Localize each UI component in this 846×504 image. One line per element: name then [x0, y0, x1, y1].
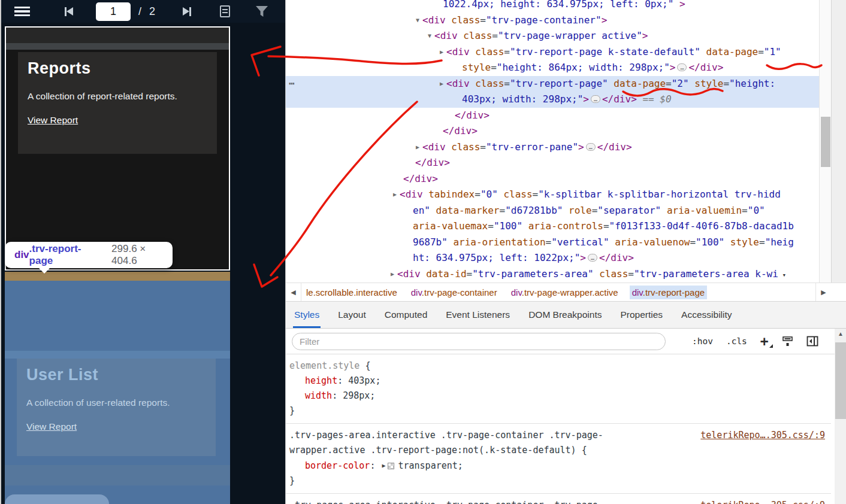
new-style-rule-icon[interactable]: +: [760, 336, 769, 347]
dom-tree-line[interactable]: en" data-marker="d67281bb" role="separat…: [286, 203, 819, 219]
toggle-hover-state-button[interactable]: :hov: [692, 336, 713, 346]
css-rule-selector: .trv-pages-area.interactive .trv-page-co…: [289, 428, 608, 458]
dom-tree-line[interactable]: ▶<div tabindex="0" class="k-splitbar k-s…: [286, 187, 819, 203]
first-page-triangle-icon: [67, 7, 73, 16]
dom-tree-line[interactable]: 403px; width: 298px;">…</div> == $0: [286, 92, 819, 108]
css-source-link[interactable]: telerikRepo….305.css/:9: [700, 498, 825, 504]
dom-tree-line[interactable]: ▼<div class="trv-page-wrapper active">: [286, 28, 819, 44]
scrollbar-up-arrow-icon[interactable]: ▲: [835, 330, 846, 337]
elements-scrollbar[interactable]: [819, 0, 831, 283]
tab-layout[interactable]: Layout: [338, 302, 366, 328]
breadcrumb-scroll-left-icon[interactable]: ◀: [286, 283, 301, 301]
dom-tree-line[interactable]: 1022.4px; height: 634.975px; left: 0px;"…: [286, 0, 819, 13]
styles-toolbar: :hov .cls +: [692, 336, 818, 347]
inline-expand-icon[interactable]: …: [586, 143, 596, 151]
devtools-panel: 1022.4px; height: 634.975px; left: 0px;"…: [285, 0, 846, 504]
page-divider: /: [138, 5, 141, 18]
breadcrumb-items: le.scrollable.interactivediv.trv-page-co…: [301, 286, 707, 299]
document-map-icon[interactable]: [220, 5, 230, 17]
user-list-card: User List A collection of user-related r…: [17, 359, 216, 456]
dom-tree-line[interactable]: ▼<div class="trv-page-container">: [286, 13, 819, 29]
styles-filter-bar: :hov .cls +: [286, 329, 846, 354]
breadcrumb: ◀ le.scrollable.interactivediv.trv-page-…: [286, 283, 846, 302]
inline-style-properties: height: 403px;width: 298px;: [289, 374, 825, 403]
tab-styles[interactable]: Styles: [294, 302, 319, 328]
dom-tree-line[interactable]: </div>: [286, 123, 819, 139]
expand-property-icon[interactable]: ▶: [382, 462, 385, 469]
row-menu-dots-icon[interactable]: ⋯: [289, 76, 294, 92]
css-source-link[interactable]: telerikRepo….305.css/:9: [700, 428, 825, 443]
tooltip-dimensions: 299.6 × 404.6: [111, 243, 173, 267]
breadcrumb-item[interactable]: div.trv-report-page: [630, 286, 707, 299]
breadcrumb-item[interactable]: div.trv-page-container: [409, 286, 500, 299]
last-page-button[interactable]: [183, 6, 191, 17]
dom-tree-line[interactable]: ▶<div class="trv-report-page k-state-def…: [286, 44, 819, 60]
styles-filter-input[interactable]: [292, 333, 666, 350]
color-swatch-icon[interactable]: [388, 463, 394, 469]
menu-icon[interactable]: [14, 7, 30, 17]
collapsed-arrow-icon[interactable]: ▶: [437, 76, 446, 92]
page-number-input[interactable]: [96, 2, 131, 21]
dom-tree-line[interactable]: </div>: [286, 155, 819, 171]
collapsed-arrow-icon[interactable]: ▶: [388, 266, 397, 283]
last-page-triangle-icon: [183, 7, 189, 16]
css-property[interactable]: width: 298px;: [289, 388, 825, 403]
elements-gutter: [831, 0, 846, 283]
user-list-view-report-link[interactable]: View Report: [26, 421, 77, 432]
css-rule-border-color[interactable]: .trv-pages-area.interactive .trv-page-co…: [286, 424, 831, 494]
inline-style-rule[interactable]: element.style { height: 403px;width: 298…: [286, 354, 831, 424]
breadcrumb-scroll-right-icon[interactable]: ▶: [815, 283, 831, 301]
expanded-arrow-icon[interactable]: ▼: [413, 13, 422, 29]
tab-accessibility[interactable]: Accessibility: [681, 302, 732, 328]
breadcrumb-item[interactable]: le.scrollable.interactive: [304, 286, 400, 299]
report-viewer-panel: / 2 Reports A collection of report-relat…: [0, 0, 285, 504]
expanded-arrow-icon[interactable]: ▼: [425, 28, 434, 44]
paint-brush-icon[interactable]: [782, 336, 793, 347]
breadcrumb-item[interactable]: div.trv-page-wrapper.active: [509, 286, 621, 299]
inline-expand-icon[interactable]: …: [591, 95, 600, 103]
inline-expand-icon[interactable]: …: [677, 63, 687, 71]
page2-lower-band: [5, 465, 230, 485]
dock-panel-icon[interactable]: [806, 336, 818, 347]
dom-tree-line[interactable]: ht: 634.975px; left: 1022px;">…</div>: [286, 250, 819, 266]
user-list-card-title: User List: [26, 366, 206, 384]
reports-view-report-link[interactable]: View Report: [28, 115, 78, 126]
elements-scrollbar-thumb[interactable]: [821, 117, 830, 167]
css-rule-report-page[interactable]: .trv-pages-area.interactive .trv-page-co…: [286, 494, 831, 504]
dom-tree-line[interactable]: aria-valuemax="100" aria-controls="f013f…: [286, 218, 819, 235]
styles-scrollbar[interactable]: ▲: [835, 329, 846, 504]
report-page-2-highlighted: User List A collection of user-related r…: [5, 281, 230, 504]
css-property[interactable]: height: 403px;: [289, 374, 825, 388]
report-page-1: Reports A collection of report-related r…: [5, 26, 230, 271]
tab-dom-breakpoints[interactable]: DOM Breakpoints: [528, 302, 602, 328]
page1-strip: [6, 43, 229, 50]
tab-event-listeners[interactable]: Event Listeners: [446, 302, 510, 328]
dom-tree-line[interactable]: ▶<div data-id="trv-parameters-area" clas…: [286, 266, 819, 283]
css-rule-selector: .trv-pages-area.interactive .trv-page-co…: [289, 498, 608, 504]
dom-tree-line[interactable]: 9687b" aria-orientation="vertical" aria-…: [286, 235, 819, 251]
next-card-peek: [5, 494, 109, 504]
toggle-classes-button[interactable]: .cls: [726, 336, 747, 346]
styles-scrollbar-thumb[interactable]: [835, 342, 846, 419]
css-rule-properties: border-color: ▶transparent;: [289, 458, 825, 473]
tab-computed[interactable]: Computed: [385, 302, 428, 328]
screenshot-root: / 2 Reports A collection of report-relat…: [0, 0, 846, 504]
dom-tree-line[interactable]: ▶<div class="trv-error-pane">…</div>: [286, 139, 819, 156]
dom-tree-line[interactable]: ⋯▶<div class="trv-report-page" data-page…: [286, 76, 819, 92]
tooltip-element-classes: .trv-report-page: [29, 243, 104, 267]
dom-tree-line[interactable]: style="height: 864px; width: 298px;">…</…: [286, 60, 819, 76]
styles-pane: element.style { height: 403px;width: 298…: [286, 354, 831, 504]
collapsed-arrow-icon[interactable]: ▶: [413, 139, 422, 156]
first-page-button[interactable]: [65, 6, 73, 17]
tooltip-element-tag: div: [14, 249, 29, 261]
dom-tree-line[interactable]: </div>: [286, 108, 819, 124]
css-property[interactable]: border-color: ▶transparent;: [289, 458, 825, 473]
dom-tree-line[interactable]: </div>: [286, 171, 819, 187]
collapsed-arrow-icon[interactable]: ▶: [437, 44, 446, 60]
devtools-tabs: StylesLayoutComputedEvent ListenersDOM B…: [286, 302, 846, 329]
elements-tree: 1022.4px; height: 634.975px; left: 0px;"…: [286, 0, 819, 283]
filter-funnel-icon[interactable]: [256, 6, 268, 17]
collapsed-arrow-icon[interactable]: ▶: [390, 187, 400, 203]
inline-expand-icon[interactable]: …: [588, 254, 597, 262]
tab-properties[interactable]: Properties: [620, 302, 663, 328]
